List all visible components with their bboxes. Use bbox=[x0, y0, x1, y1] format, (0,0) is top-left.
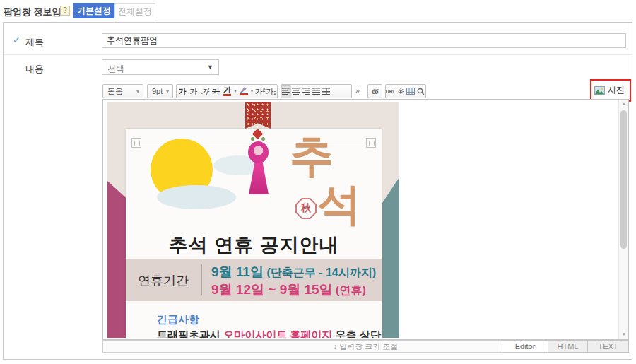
corner-ornament-icon bbox=[131, 138, 141, 148]
editor-toolbar: 돋움 ▾ 9pt ▾ 가 가 가 가 가 ▾ ▾ bbox=[102, 83, 630, 100]
chevron-down-icon: ▾ bbox=[166, 88, 172, 95]
superscript-button[interactable]: 가² bbox=[254, 85, 266, 98]
period-line-2-note: (연휴) bbox=[333, 284, 366, 296]
calligraphy-char-1: 추 bbox=[290, 134, 334, 178]
insert-button-group: URL ※ bbox=[385, 84, 426, 98]
title-row-label: 제목 bbox=[25, 36, 44, 49]
scroll-up-icon[interactable]: ▲ bbox=[619, 100, 629, 109]
align-left-button[interactable] bbox=[281, 85, 291, 98]
title-input[interactable] bbox=[102, 33, 626, 48]
content-row-label: 내용 bbox=[25, 63, 44, 76]
row-divider bbox=[4, 54, 632, 55]
editor-content-area[interactable]: 추 석 秋 추석 연휴 공지안내 연휴기간 9월 11일 (단축근무 - 14시… bbox=[102, 99, 629, 340]
help-icon[interactable]: ? bbox=[60, 6, 70, 16]
font-size-value: 9pt bbox=[148, 87, 166, 95]
holiday-period-box: 연휴기간 9월 11일 (단축근무 - 14시까지) 9월 12일 ~ 9월 1… bbox=[126, 259, 382, 301]
corner-ornament-icon bbox=[366, 138, 376, 148]
highlight-color-button[interactable] bbox=[238, 85, 249, 98]
highlighter-pen-icon bbox=[240, 87, 248, 95]
period-line-1: 9월 11일 (단축근무 - 14시까지) bbox=[211, 263, 376, 281]
strikethrough-button[interactable]: 가 bbox=[211, 85, 222, 98]
norigae-bead bbox=[251, 137, 254, 141]
autumn-stamp-char: 秋 bbox=[297, 199, 315, 218]
popup-settings-page: 팝업창 정보입력 ? 기본설정 전체설정 ✓ 제목 내용 선택 ▼ 돋움 ▾ 9… bbox=[0, 0, 636, 364]
highlight-color-caret-icon[interactable]: ▾ bbox=[249, 88, 254, 94]
align-center-button[interactable] bbox=[291, 85, 301, 98]
tab-basic-settings[interactable]: 기본설정 bbox=[73, 3, 114, 18]
norigae-tassel-top bbox=[245, 102, 271, 129]
tab-text-mode[interactable]: TEXT bbox=[587, 340, 629, 353]
period-line-2-date: 9월 12일 ~ 9월 15일 bbox=[211, 282, 333, 297]
format-button-group: 가 가 가 가 가 ▾ ▾ 가² 가₂ bbox=[176, 84, 278, 98]
table-button[interactable] bbox=[406, 85, 416, 98]
rich-text-editor: 돋움 ▾ 9pt ▾ 가 가 가 가 가 ▾ ▾ bbox=[102, 83, 630, 353]
chevron-down-icon: ▾ bbox=[136, 88, 143, 95]
photo-icon bbox=[594, 86, 605, 95]
link-button[interactable]: URL bbox=[386, 85, 396, 98]
quote-icon: 66 bbox=[372, 88, 378, 95]
editor-footer: ↕ 입력창 크기 조절 Editor HTML TEXT bbox=[102, 340, 629, 353]
scrollbar-thumb[interactable] bbox=[620, 110, 627, 249]
align-right-button[interactable] bbox=[301, 85, 311, 98]
scroll-down-icon[interactable]: ▼ bbox=[619, 330, 629, 339]
special-char-button[interactable]: ※ bbox=[396, 85, 406, 98]
required-check-icon: ✓ bbox=[13, 35, 20, 45]
font-size-select[interactable]: 9pt ▾ bbox=[147, 84, 173, 98]
search-button[interactable] bbox=[416, 85, 425, 98]
font-family-select[interactable]: 돋움 ▾ bbox=[102, 84, 143, 98]
poster-headline: 추석 연휴 공지안내 bbox=[126, 233, 382, 258]
bold-button[interactable]: 가 bbox=[177, 85, 188, 98]
align-left-icon bbox=[282, 88, 290, 95]
align-center-icon bbox=[292, 88, 300, 95]
tab-html-mode[interactable]: HTML bbox=[548, 340, 588, 353]
editor-scrollbar[interactable]: ▲ ▼ bbox=[618, 100, 628, 339]
norigae-pom bbox=[248, 141, 269, 163]
insert-photo-button[interactable]: 사진 bbox=[594, 84, 625, 96]
subscript-button[interactable]: 가₂ bbox=[266, 85, 277, 98]
form-panel: ✓ 제목 내용 선택 ▼ 돋움 ▾ 9pt ▾ 가 가 bbox=[3, 22, 632, 360]
table-icon bbox=[406, 88, 415, 95]
info-prefix: 트래픽초과시 bbox=[157, 329, 223, 338]
search-icon bbox=[417, 88, 425, 95]
info-highlight: 오마이사이트 홈페이지 bbox=[223, 329, 332, 338]
font-color-caret-icon[interactable]: ▾ bbox=[232, 88, 237, 94]
cloud-shape bbox=[157, 185, 236, 209]
align-justify-icon bbox=[312, 88, 320, 95]
period-line-1-note: (단축근무 - 14시까지) bbox=[264, 266, 376, 278]
content-select[interactable]: 선택 ▼ bbox=[102, 59, 219, 75]
tab-editor-mode[interactable]: Editor bbox=[502, 340, 548, 353]
autumn-stamp: 秋 bbox=[295, 198, 317, 219]
norigae-bead bbox=[261, 137, 265, 141]
tab-all-settings[interactable]: 전체설정 bbox=[114, 3, 155, 18]
period-label: 연휴기간 bbox=[138, 272, 189, 289]
font-color-button[interactable]: 가 bbox=[223, 86, 231, 96]
underline-button[interactable]: 가 bbox=[188, 85, 199, 98]
align-right-icon bbox=[302, 88, 310, 95]
period-divider bbox=[201, 264, 202, 295]
align-button-group bbox=[281, 84, 352, 98]
calligraphy-char-2: 석 bbox=[317, 182, 361, 226]
editor-content-image[interactable]: 추 석 秋 추석 연휴 공지안내 연휴기간 9월 11일 (단축근무 - 14시… bbox=[107, 102, 399, 338]
italic-button[interactable]: 가 bbox=[198, 85, 211, 98]
line-height-button[interactable] bbox=[321, 85, 331, 98]
line-height-icon bbox=[322, 88, 330, 95]
more-tools-button[interactable]: » bbox=[355, 86, 360, 95]
info-suffix: 우측 상단 bbox=[332, 329, 380, 338]
poster-right-ribbon bbox=[382, 102, 399, 338]
font-family-value: 돋움 bbox=[103, 86, 136, 97]
period-line-2: 9월 12일 ~ 9월 15일 (연휴) bbox=[211, 281, 366, 299]
align-justify-button[interactable] bbox=[311, 85, 321, 98]
blockquote-button[interactable]: 66 bbox=[367, 84, 382, 98]
period-line-1-date: 9월 11일 bbox=[211, 264, 264, 279]
urgent-info-line: 트래픽초과시 오마이사이트 홈페이지 우측 상단 bbox=[157, 329, 381, 338]
urgent-label: 긴급사항 bbox=[157, 313, 199, 327]
chevron-down-icon: ▼ bbox=[207, 64, 213, 71]
insert-photo-label: 사진 bbox=[608, 84, 625, 96]
content-select-value: 선택 bbox=[107, 63, 124, 75]
